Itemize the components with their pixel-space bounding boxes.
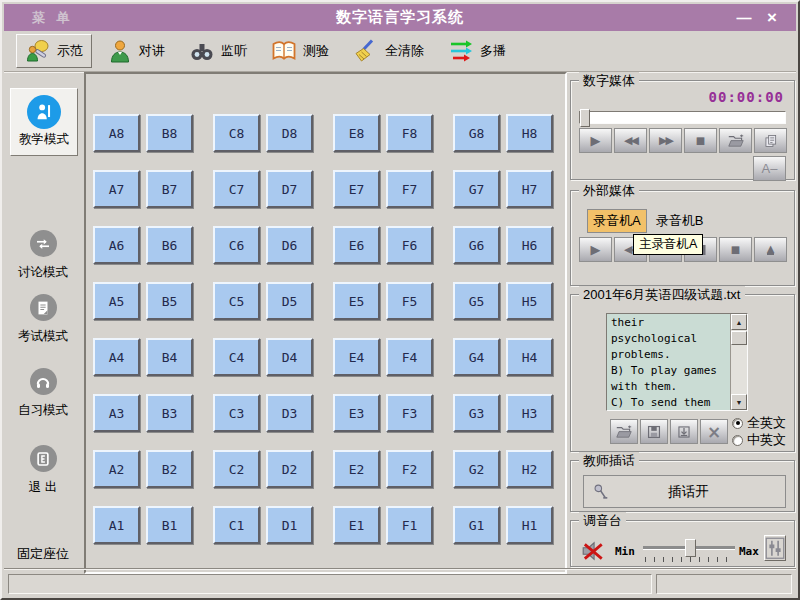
seat-button-g6[interactable]: G6 xyxy=(453,226,500,264)
seat-button-f4[interactable]: F4 xyxy=(386,338,433,376)
seat-button-d7[interactable]: D7 xyxy=(266,170,313,208)
text-scrollbar[interactable]: ▲ ▼ xyxy=(730,314,747,410)
sidebar-item-exam-mode[interactable]: 考试模式 xyxy=(4,294,82,345)
seat-button-e6[interactable]: E6 xyxy=(333,226,380,264)
toolbar-button-clear-all[interactable]: 全清除 xyxy=(344,34,433,68)
toolbar-button-monitor[interactable]: 监听 xyxy=(180,34,256,68)
seat-button-g1[interactable]: G1 xyxy=(453,506,500,544)
seat-button-c6[interactable]: C6 xyxy=(213,226,260,264)
seat-button-e5[interactable]: E5 xyxy=(333,282,380,320)
seat-button-e3[interactable]: E3 xyxy=(333,394,380,432)
external-media-eject-button[interactable]: ▲ xyxy=(754,237,787,262)
seat-button-e7[interactable]: E7 xyxy=(333,170,380,208)
seat-button-h6[interactable]: H6 xyxy=(506,226,553,264)
seat-button-a2[interactable]: A2 xyxy=(93,450,140,488)
seat-button-e4[interactable]: E4 xyxy=(333,338,380,376)
menu-button[interactable]: 菜 单 xyxy=(32,9,74,27)
seat-button-g3[interactable]: G3 xyxy=(453,394,500,432)
seat-button-e2[interactable]: E2 xyxy=(333,450,380,488)
seat-button-h2[interactable]: H2 xyxy=(506,450,553,488)
seat-button-e1[interactable]: E1 xyxy=(333,506,380,544)
seat-button-a6[interactable]: A6 xyxy=(93,226,140,264)
text-file-save-button[interactable] xyxy=(640,419,668,444)
mute-speaker-icon[interactable] xyxy=(581,539,605,563)
scroll-up-icon[interactable]: ▲ xyxy=(731,314,747,330)
radio-bilingual[interactable]: 中英文 xyxy=(732,431,786,449)
seat-button-f7[interactable]: F7 xyxy=(386,170,433,208)
seat-button-b2[interactable]: B2 xyxy=(146,450,193,488)
recorder-tab-b[interactable]: 录音机B xyxy=(651,210,709,232)
seat-button-c7[interactable]: C7 xyxy=(213,170,260,208)
text-file-open-file-button[interactable] xyxy=(610,419,638,444)
scroll-thumb[interactable] xyxy=(731,331,747,345)
volume-thumb[interactable] xyxy=(685,539,696,557)
toolbar-button-quiz[interactable]: 测验 xyxy=(262,34,338,68)
external-media-stop-button[interactable]: ■ xyxy=(719,237,752,262)
sidebar-item-selfstudy-mode[interactable]: 自习模式 xyxy=(4,368,82,419)
seat-button-g7[interactable]: G7 xyxy=(453,170,500,208)
digital-media-stop-button[interactable]: ■ xyxy=(684,128,717,153)
seat-button-f2[interactable]: F2 xyxy=(386,450,433,488)
seat-button-h8[interactable]: H8 xyxy=(506,114,553,152)
sidebar-link-fixed-seats[interactable]: 固定座位 xyxy=(4,545,82,563)
digital-media-play-button[interactable]: ▶ xyxy=(579,128,612,153)
text-file-import-button[interactable] xyxy=(670,419,698,444)
seat-button-g8[interactable]: G8 xyxy=(453,114,500,152)
seat-button-f1[interactable]: F1 xyxy=(386,506,433,544)
seat-button-d1[interactable]: D1 xyxy=(266,506,313,544)
scroll-down-icon[interactable]: ▼ xyxy=(731,394,747,410)
radio-icon[interactable] xyxy=(732,435,743,446)
seat-button-f6[interactable]: F6 xyxy=(386,226,433,264)
seat-button-b6[interactable]: B6 xyxy=(146,226,193,264)
seat-button-h4[interactable]: H4 xyxy=(506,338,553,376)
seat-button-b7[interactable]: B7 xyxy=(146,170,193,208)
seat-button-d8[interactable]: D8 xyxy=(266,114,313,152)
volume-slider[interactable] xyxy=(643,546,735,549)
seat-button-g5[interactable]: G5 xyxy=(453,282,500,320)
seat-button-f8[interactable]: F8 xyxy=(386,114,433,152)
seat-button-h1[interactable]: H1 xyxy=(506,506,553,544)
seat-button-f5[interactable]: F5 xyxy=(386,282,433,320)
seat-button-c1[interactable]: C1 xyxy=(213,506,260,544)
seat-button-d3[interactable]: D3 xyxy=(266,394,313,432)
digital-media-open-file-button[interactable] xyxy=(719,128,752,153)
seat-button-a3[interactable]: A3 xyxy=(93,394,140,432)
seat-button-a4[interactable]: A4 xyxy=(93,338,140,376)
seat-button-a8[interactable]: A8 xyxy=(93,114,140,152)
radio-english-only[interactable]: 全英文 xyxy=(732,414,786,432)
radio-icon[interactable] xyxy=(732,418,743,429)
sidebar-item-discussion-mode[interactable]: 讨论模式 xyxy=(4,230,82,281)
digital-media-rewind-button[interactable]: ◀◀ xyxy=(614,128,647,153)
seat-button-c3[interactable]: C3 xyxy=(213,394,260,432)
minimize-button[interactable]: — xyxy=(732,4,756,31)
font-size-button[interactable]: A– xyxy=(753,156,786,181)
talk-toggle-button[interactable]: 插话开 xyxy=(583,475,786,508)
seat-button-g2[interactable]: G2 xyxy=(453,450,500,488)
seat-button-b4[interactable]: B4 xyxy=(146,338,193,376)
digital-media-copy-button[interactable] xyxy=(754,128,787,153)
digital-media-fast-forward-button[interactable]: ▶▶ xyxy=(649,128,682,153)
text-viewer[interactable]: their psychologicalproblems.B) To play g… xyxy=(606,313,748,411)
seat-button-g4[interactable]: G4 xyxy=(453,338,500,376)
seat-button-a1[interactable]: A1 xyxy=(93,506,140,544)
toolbar-button-multicast[interactable]: 多播 xyxy=(439,34,515,68)
seek-thumb[interactable] xyxy=(580,109,590,127)
seat-button-a7[interactable]: A7 xyxy=(93,170,140,208)
seat-button-h7[interactable]: H7 xyxy=(506,170,553,208)
seat-button-c4[interactable]: C4 xyxy=(213,338,260,376)
seat-button-d4[interactable]: D4 xyxy=(266,338,313,376)
seat-button-d5[interactable]: D5 xyxy=(266,282,313,320)
text-file-delete-button[interactable]: × xyxy=(700,419,728,444)
seat-button-c2[interactable]: C2 xyxy=(213,450,260,488)
seat-button-c8[interactable]: C8 xyxy=(213,114,260,152)
recorder-tab-a[interactable]: 录音机A xyxy=(587,209,647,233)
seat-button-f3[interactable]: F3 xyxy=(386,394,433,432)
media-seek-slider[interactable] xyxy=(579,111,786,124)
seat-button-a5[interactable]: A5 xyxy=(93,282,140,320)
toolbar-button-demo[interactable]: 示范 xyxy=(16,34,92,68)
toolbar-button-intercom[interactable]: 对讲 xyxy=(98,34,174,68)
sidebar-item-exit[interactable]: 退 出 xyxy=(4,445,82,496)
seat-button-b3[interactable]: B3 xyxy=(146,394,193,432)
seat-button-d6[interactable]: D6 xyxy=(266,226,313,264)
external-media-play-button[interactable]: ▶ xyxy=(579,237,612,262)
